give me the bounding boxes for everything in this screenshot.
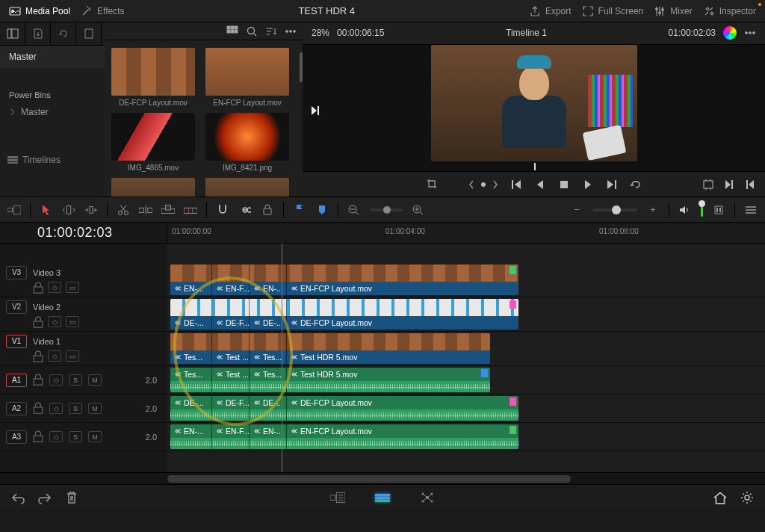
timeline-view-icon[interactable] — [7, 204, 21, 216]
viewer-zoom[interactable]: 28% — [312, 28, 329, 38]
track-index[interactable]: V3 — [6, 266, 27, 279]
lock-icon[interactable] — [33, 350, 43, 362]
next-edit-icon[interactable] — [310, 105, 322, 116]
clip-a3[interactable]: EN-... EN-F... EN-... EN-FCP Layout.mov — [170, 424, 518, 449]
viewer-source-tc[interactable]: 00:00:06:15 — [337, 28, 384, 38]
dynamic-trim-tool[interactable] — [84, 204, 98, 216]
cut-page-icon[interactable] — [330, 491, 345, 504]
master-bin[interactable]: Master — [0, 46, 105, 68]
timeline-ruler[interactable]: 01:00:00:00 01:00:04:00 01:00:08:00 — [167, 223, 765, 243]
mute-toggle[interactable]: M — [88, 374, 102, 386]
mute-icon[interactable] — [678, 204, 692, 216]
viewer-timeline-name[interactable]: Timeline 1 — [391, 28, 660, 38]
play-reverse-icon[interactable] — [534, 179, 546, 191]
sidebar-extra-tab[interactable] — [76, 22, 102, 45]
mixer-button[interactable]: Mixer — [654, 5, 692, 17]
pool-clip[interactable]: IMG_8421.png — [203, 113, 291, 172]
pool-clip[interactable]: EN-FCP Layout.mov — [203, 48, 291, 107]
insert-tool[interactable] — [139, 204, 152, 216]
snap-toggle[interactable] — [216, 204, 229, 216]
blade-tool[interactable] — [117, 204, 130, 216]
settings-gear-icon[interactable] — [740, 491, 755, 504]
position-lock-toggle[interactable] — [261, 204, 274, 216]
loop-icon[interactable] — [630, 179, 642, 191]
fusion-page-icon[interactable] — [420, 491, 435, 504]
marker-tool[interactable] — [315, 204, 329, 216]
video-preview[interactable] — [431, 45, 637, 161]
playhead[interactable] — [282, 244, 282, 472]
clip-a2[interactable]: DE-... DE-F... DE-... DE-FCP Layout.mov — [170, 396, 518, 421]
lock-icon[interactable] — [33, 430, 43, 442]
go-end-icon[interactable] — [606, 179, 618, 191]
track-head-v3[interactable]: V3Video 3 ◇▭ — [0, 263, 167, 297]
trash-icon[interactable] — [64, 491, 79, 504]
color-wheel-icon[interactable] — [723, 26, 737, 40]
auto-select-toggle[interactable]: ◇ — [48, 350, 61, 362]
pool-clip[interactable]: DE-FCP Layout.mov — [109, 48, 197, 107]
track-head-v1[interactable]: V1Video 1 ◇▭ — [0, 332, 167, 366]
home-icon[interactable] — [713, 491, 728, 504]
auto-select-toggle[interactable]: ◇ — [49, 431, 63, 442]
clip-a1[interactable]: Tes... Test ... Tes... Test HDR 5.mov — [170, 368, 490, 392]
sort-icon[interactable] — [265, 25, 277, 37]
flag-tool[interactable] — [293, 204, 306, 216]
thumbnail-view-icon[interactable] — [226, 25, 238, 37]
pool-clip[interactable] — [109, 178, 197, 197]
timeline-hscroll[interactable] — [0, 472, 765, 484]
undo-icon[interactable] — [10, 491, 25, 504]
pool-clip[interactable] — [203, 178, 291, 197]
track-head-v2[interactable]: V2Video 2 ◇▭ — [0, 297, 167, 332]
track-head-a2[interactable]: A2 ◇ S M 2.0 — [0, 395, 167, 423]
clip-v3[interactable]: EN-... EN-F... EN-... EN-FCP Layout.mov — [170, 265, 518, 295]
media-pool-tab[interactable]: Media Pool — [9, 5, 70, 17]
more-icon[interactable] — [285, 25, 297, 37]
page-dot-icon[interactable] — [480, 182, 486, 188]
overwrite-tool[interactable] — [161, 204, 175, 216]
zoom-in-icon[interactable] — [412, 204, 425, 216]
clip-v1[interactable]: Tes... Test ... Tes... Test HDR 5.mov — [170, 333, 490, 364]
full-screen-button[interactable]: Full Screen — [582, 5, 644, 17]
auto-select-toggle[interactable]: ◇ — [48, 282, 61, 293]
auto-select-toggle[interactable]: ◇ — [49, 374, 63, 386]
auto-select-toggle[interactable]: ◇ — [48, 316, 61, 327]
timelines-section[interactable]: Timelines — [0, 150, 105, 170]
track-index[interactable]: A1 — [6, 374, 27, 387]
monitor-plus-icon[interactable]: + — [646, 204, 660, 216]
zoom-out-icon[interactable] — [347, 204, 361, 216]
mute-toggle[interactable]: M — [88, 403, 102, 414]
match-frame-icon[interactable] — [702, 179, 714, 191]
replace-tool[interactable] — [184, 204, 197, 216]
track-index[interactable]: V2 — [6, 300, 27, 314]
next-page-icon[interactable] — [492, 180, 498, 189]
effects-tab[interactable]: Effects — [81, 5, 124, 17]
search-icon[interactable] — [246, 25, 258, 37]
clip-v2[interactable]: DE-... DE-F... DE-... DE-FCP Layout.mov — [170, 299, 518, 330]
track-head-a3[interactable]: A3 ◇ S M 2.0 — [0, 423, 167, 451]
pool-clip[interactable]: IMG_4865.mov — [109, 113, 197, 172]
next-clip-icon[interactable] — [723, 179, 735, 191]
stop-icon[interactable] — [558, 179, 570, 191]
lock-icon[interactable] — [33, 374, 43, 386]
viewer-more-icon[interactable] — [744, 27, 756, 39]
sidebar-import-tab[interactable] — [25, 22, 51, 45]
trim-tool[interactable] — [62, 204, 75, 216]
redo-icon[interactable] — [37, 491, 52, 504]
timeline-timecode[interactable]: 01:00:02:03 — [37, 225, 113, 241]
track-display-toggle[interactable]: ▭ — [66, 350, 79, 362]
track-index[interactable]: V1 — [6, 335, 27, 348]
play-icon[interactable] — [582, 179, 594, 191]
timeline-clip-area[interactable]: EN-... EN-F... EN-... EN-FCP Layout.mov … — [167, 244, 765, 472]
lock-icon[interactable] — [33, 316, 43, 328]
zoom-slider[interactable] — [370, 208, 403, 211]
sidebar-layout-tab[interactable] — [0, 22, 25, 45]
lock-icon[interactable] — [33, 402, 43, 414]
mute-toggle[interactable]: M — [88, 431, 102, 442]
export-button[interactable]: Export — [529, 5, 572, 17]
go-start-icon[interactable] — [510, 179, 522, 191]
monitor-minus-icon[interactable]: − — [570, 204, 583, 216]
viewer-scrubber[interactable] — [303, 161, 765, 172]
solo-toggle[interactable]: S — [69, 431, 82, 442]
solo-toggle[interactable]: S — [69, 374, 82, 386]
timeline-options-icon[interactable] — [744, 204, 758, 216]
track-display-toggle[interactable]: ▭ — [66, 282, 79, 293]
